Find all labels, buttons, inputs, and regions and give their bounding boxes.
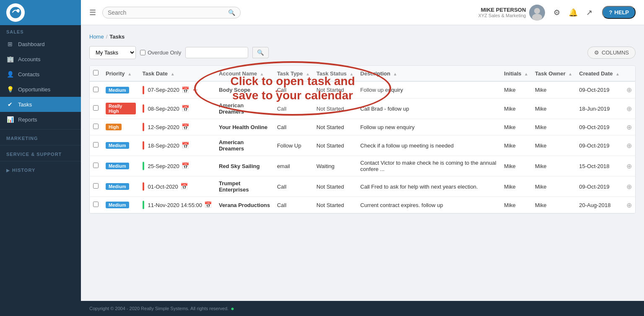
avatar[interactable] [529,5,545,21]
calendar-icon[interactable]: 📅 [182,123,190,131]
priority-header[interactable]: Priority ▲ [102,66,139,81]
add-row-icon[interactable]: ⊕ [626,163,632,170]
task-status-header[interactable]: Task Status ▲ [313,66,357,81]
task-owner-header[interactable]: Task Owner ▲ [532,66,576,81]
created-date-header[interactable]: Created Date ▲ [576,66,623,81]
account-name-cell[interactable]: Body Scope [216,81,274,98]
select-all-header[interactable] [90,66,102,81]
account-name-header[interactable]: Account Name ▲ [216,66,274,81]
account-name-link[interactable]: Trumpet Enterprises [219,180,249,193]
calendar-icon[interactable]: 📅 [182,86,190,94]
created-date-cell: 15-Oct-2018 [576,156,623,176]
calendar-icon[interactable]: 📅 [182,105,190,112]
account-name-cell[interactable]: Your Health Online [216,119,274,135]
calendar-icon[interactable]: 📅 [180,183,188,190]
add-row-icon[interactable]: ⊕ [626,124,632,131]
task-date-cell: 11-Nov-2020 14:55:00 📅 [139,197,216,213]
add-action-cell[interactable]: ⊕ [623,119,635,135]
account-name-link[interactable]: Your Health Online [219,124,267,130]
row-checkbox-cell[interactable] [90,176,102,197]
row-checkbox[interactable] [93,105,99,111]
account-name-link[interactable]: Red Sky Sailing [219,163,260,169]
select-all-checkbox[interactable] [93,70,99,75]
overdue-only-checkbox[interactable] [140,50,145,55]
history-expand-icon: ▶ [6,168,10,173]
svg-point-1 [16,9,20,13]
add-row-icon[interactable]: ⊕ [626,202,632,209]
add-row-icon[interactable]: ⊕ [626,142,632,149]
add-action-cell[interactable]: ⊕ [623,197,635,213]
account-name-cell[interactable]: American Dreamers [216,98,274,119]
task-date-cell: 12-Sep-2020 📅 [139,119,216,135]
account-name-cell[interactable]: Verana Productions [216,197,274,213]
account-name-cell[interactable]: Trumpet Enterprises [216,176,274,197]
row-checkbox[interactable] [93,142,99,148]
priority-cell: High [102,119,139,135]
service-group-label[interactable]: SERVICE & SUPPORT [0,148,81,159]
history-group-label[interactable]: ▶ HISTORY [0,163,81,175]
share-icon[interactable]: ↗ [586,8,592,17]
calendar-icon[interactable]: 📅 [204,201,212,209]
row-checkbox[interactable] [93,87,99,92]
task-status-cell: Not Started [313,98,357,119]
sidebar-item-opportunities[interactable]: 💡 Opportunities [0,82,81,97]
marketing-group-label[interactable]: MARKETING [0,132,81,143]
task-status-cell: Not Started [313,81,357,98]
description-cell: Follow up enquiry [357,81,501,98]
add-action-cell[interactable]: ⊕ [623,176,635,197]
account-name-cell[interactable]: American Dreamers [216,135,274,156]
add-action-cell[interactable]: ⊕ [623,135,635,156]
task-status-cell: Waiting [313,156,357,176]
add-row-icon[interactable]: ⊕ [626,86,632,93]
columns-button[interactable]: ⚙ COLUMNS [587,47,636,59]
calendar-icon[interactable]: 📅 [182,142,190,149]
row-checkbox-cell[interactable] [90,135,102,156]
account-name-link[interactable]: American Dreamers [219,102,244,115]
row-checkbox[interactable] [93,183,99,189]
search-input[interactable] [108,9,225,16]
user-company: XYZ Sales & Marketing [478,13,526,18]
row-checkbox-cell[interactable] [90,81,102,98]
description-header[interactable]: Description ▲ [357,66,501,81]
account-name-cell[interactable]: Red Sky Sailing [216,156,274,176]
task-date-cell: 07-Sep-2020 📅 ← [139,81,216,98]
row-checkbox[interactable] [93,124,99,129]
table-search-input[interactable] [185,47,248,58]
add-row-icon[interactable]: ⊕ [626,105,632,112]
overdue-only-label[interactable]: Overdue Only [140,49,181,56]
help-button[interactable]: ? HELP [602,6,636,19]
task-type-header[interactable]: Task Type ▲ [274,66,313,81]
row-checkbox-cell[interactable] [90,98,102,119]
sidebar-item-reports[interactable]: 📊 Reports [0,112,81,127]
initials-cell: Mike [501,135,532,156]
add-action-cell[interactable]: ⊕ [623,98,635,119]
row-checkbox-cell[interactable] [90,197,102,213]
row-checkbox[interactable] [93,202,99,207]
hamburger-menu-icon[interactable]: ☰ [89,8,96,17]
add-action-cell[interactable]: ⊕ [623,156,635,176]
sidebar-item-accounts[interactable]: 🏢 Accounts [0,52,81,67]
add-action-cell[interactable]: ⊕ [623,81,635,98]
calendar-icon[interactable]: 📅 [182,162,190,170]
sales-section-label: SALES [0,25,81,36]
table-search-button[interactable]: 🔍 [252,47,269,58]
breadcrumb-home-link[interactable]: Home [89,34,104,40]
add-row-icon[interactable]: ⊕ [626,183,632,190]
row-checkbox-cell[interactable] [90,119,102,135]
marketing-label: MARKETING [6,136,38,141]
initials-header[interactable]: Initials ▲ [501,66,532,81]
account-name-link[interactable]: American Dreamers [219,139,244,152]
notification-bell-icon[interactable]: 🔔 [569,8,578,17]
account-name-link[interactable]: Body Scope [219,87,250,93]
sidebar-item-dashboard[interactable]: ⊞ Dashboard [0,36,81,52]
settings-icon[interactable]: ⚙ [553,8,560,17]
initials-cell: Mike [501,81,532,98]
row-checkbox-cell[interactable] [90,156,102,176]
created-date-cell: 09-Oct-2019 [576,119,623,135]
row-checkbox[interactable] [93,163,99,168]
sidebar-item-tasks[interactable]: ✔ Tasks [0,97,81,112]
task-date-header[interactable]: Task Date ▲ [139,66,216,81]
task-filter-select[interactable]: My TasksAll TasksUnassigned [89,46,136,59]
account-name-link[interactable]: Verana Productions [219,202,270,208]
sidebar-item-contacts[interactable]: 👤 Contacts [0,67,81,82]
